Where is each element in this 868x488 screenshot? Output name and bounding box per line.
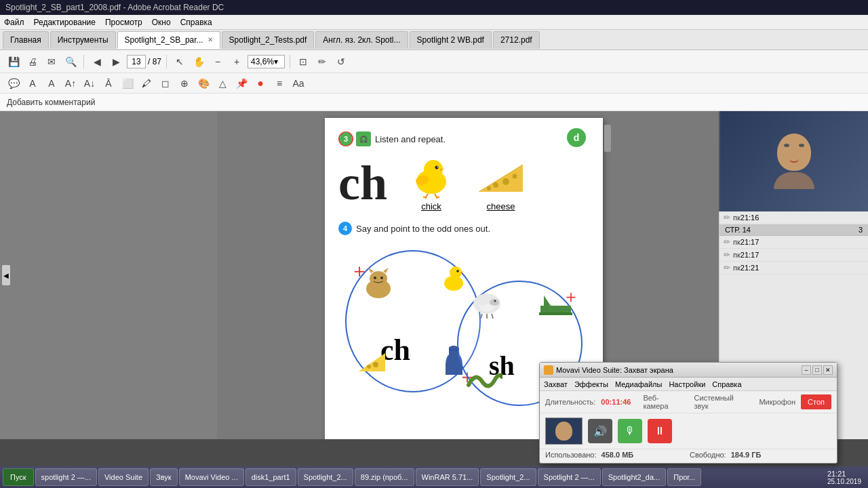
toolbar-navigation: 💾 🖨 ✉ 🔍 ◀ ▶ / 87 ↖ ✋ − + 43,6% ▾ ⊡ ✏ ↺ xyxy=(0,50,868,73)
tab-anglyaz[interactable]: Англ. яз. 2кл. Spotl... xyxy=(315,31,408,49)
movavi-mic-label: Микрофон xyxy=(759,398,795,406)
movavi-speaker-button[interactable]: 🔊 xyxy=(588,419,612,443)
taskbar: Пуск spotlight 2 —... Video Suite Звук M… xyxy=(0,466,868,488)
text2-button[interactable]: A xyxy=(43,75,60,92)
highlight-button[interactable]: 🖍 xyxy=(138,75,155,92)
markup-button[interactable]: ✏ xyxy=(314,54,330,70)
taskbar-item-spotlight2d[interactable]: Spotlight 2 —... xyxy=(538,468,601,486)
cheese-item: cheese xyxy=(475,155,526,211)
taskbar-item-spotlight2[interactable]: spotlight 2 —... xyxy=(35,468,97,486)
next-page-button[interactable]: ▶ xyxy=(108,54,124,70)
taskbar-item-spotlight2da[interactable]: Spotlight2_da... xyxy=(602,468,666,486)
comment-button[interactable]: 💬 xyxy=(5,75,22,92)
movavi-menu-settings[interactable]: Настройки xyxy=(669,380,705,388)
sidebar-item-7[interactable]: ✏ пк 21:16 xyxy=(719,211,868,224)
box-button[interactable]: ⬜ xyxy=(119,75,136,92)
movavi-maximize-button[interactable]: □ xyxy=(812,365,822,375)
movavi-window-controls: – □ ✕ xyxy=(802,365,833,375)
d-badge: d xyxy=(567,128,586,147)
svg-point-30 xyxy=(373,362,378,367)
cheese-circle-icon xyxy=(357,348,387,378)
taskbar-item-spotlight2c[interactable]: Spotlight_2... xyxy=(480,468,536,486)
hand-tool-button[interactable]: ✋ xyxy=(191,54,207,70)
shapes-button[interactable]: △ xyxy=(214,75,231,92)
movavi-menu-effects[interactable]: Эффекты xyxy=(574,380,608,388)
svg-marker-29 xyxy=(359,353,385,371)
cheese-label: cheese xyxy=(487,201,515,211)
tab-2712[interactable]: 2712.pdf xyxy=(493,31,540,49)
menu-edit[interactable]: Редактирование xyxy=(34,18,96,27)
taskbar-item-videosuit[interactable]: Video Suite xyxy=(98,468,149,486)
movavi-menu-help[interactable]: Справка xyxy=(712,380,741,388)
taskbar-item-winrar[interactable]: WinRAR 5.71... xyxy=(416,468,479,486)
movavi-minimize-button[interactable]: – xyxy=(802,365,811,375)
font-button[interactable]: Aa xyxy=(290,75,307,92)
record-button[interactable]: ● xyxy=(252,75,269,92)
rotate-button[interactable]: ↺ xyxy=(333,54,349,70)
tab-spotlight2-sb[interactable]: Spotlight_2_SB_par... ✕ xyxy=(117,31,220,49)
prev-page-button[interactable]: ◀ xyxy=(89,54,105,70)
svg-line-9 xyxy=(435,194,437,197)
svg-point-2 xyxy=(435,166,439,169)
movavi-menu-media[interactable]: Медиафайлы xyxy=(615,380,662,388)
svg-marker-45 xyxy=(544,296,551,306)
svg-point-17 xyxy=(487,186,491,190)
tab-tools[interactable]: Инструменты xyxy=(50,31,116,49)
movavi-system-sound-label: Системный звук xyxy=(694,394,747,410)
select-tool-button[interactable]: ↖ xyxy=(172,54,188,70)
stamp-button[interactable]: ⊕ xyxy=(176,75,193,92)
toolbar-annotation: 💬 A A A↑ A↓ Ā ⬜ 🖍 ◻ ⊕ 🎨 △ 📌 ● ≡ Aa xyxy=(0,73,868,94)
zoom-out-button[interactable]: − xyxy=(210,54,226,70)
collapse-arrow[interactable]: ◀ xyxy=(2,265,10,285)
taskbar-item-spotlight2b[interactable]: Spotlight_2... xyxy=(298,468,353,486)
text4-button[interactable]: A↓ xyxy=(81,75,98,92)
print-button[interactable]: 🖨 xyxy=(24,54,41,70)
text-underline-button[interactable]: Ā xyxy=(100,75,117,92)
tab-spotlight2-tests[interactable]: Spotlight_2_Tests.pdf xyxy=(222,31,315,49)
movavi-stop-button[interactable]: Стоп xyxy=(801,394,831,409)
taskbar-item-sound[interactable]: Звук xyxy=(150,468,178,486)
movavi-mic-button[interactable]: 🎙 xyxy=(618,419,642,443)
menu-file[interactable]: Файл xyxy=(4,18,24,27)
taskbar-item-disk[interactable]: disk1_part1 xyxy=(245,468,296,486)
tab-spotlight2-wb[interactable]: Spotlight 2 WB.pdf xyxy=(410,31,492,49)
zoom-in-button[interactable]: + xyxy=(229,54,245,70)
edit-icon-9: ✏ xyxy=(724,250,730,260)
menu-window[interactable]: Окно xyxy=(152,18,171,27)
menu-view[interactable]: Просмотр xyxy=(105,18,142,27)
taskbar-item-89zip[interactable]: 89.zip (проб... xyxy=(355,468,414,486)
section4-instruction: Say and point to the odd ones out. xyxy=(356,224,490,234)
color-button[interactable]: 🎨 xyxy=(195,75,212,92)
separator3 xyxy=(290,55,290,68)
save-button[interactable]: 💾 xyxy=(5,54,22,70)
sidebar-page-14: СТР. 14 3 xyxy=(719,224,868,236)
svg-line-43 xyxy=(492,314,493,319)
pdf-scrollbar-thumb[interactable] xyxy=(604,125,611,152)
svg-point-26 xyxy=(450,266,462,279)
taskbar-item-movavi[interactable]: Movavi Video ... xyxy=(179,468,244,486)
lines-button[interactable]: ≡ xyxy=(271,75,288,92)
sidebar-item-9[interactable]: ✏ пк 21:17 xyxy=(719,249,868,262)
tab-home[interactable]: Главная xyxy=(3,31,49,49)
pin-button[interactable]: 📌 xyxy=(233,75,250,92)
taskbar-item-prog[interactable]: Прог... xyxy=(667,468,701,486)
movavi-menu-capture[interactable]: Захват xyxy=(544,380,568,388)
start-button[interactable]: Пуск xyxy=(3,468,34,486)
fit-page-button[interactable]: ⊡ xyxy=(295,54,311,70)
section4-badge: 4 xyxy=(338,222,352,235)
tab-close-icon[interactable]: ✕ xyxy=(208,36,213,43)
sidebar-item-8[interactable]: ✏ пк 21:17 xyxy=(719,236,868,249)
text-tool-button[interactable]: A xyxy=(24,75,41,92)
movavi-close-button[interactable]: ✕ xyxy=(823,365,833,375)
email-button[interactable]: ✉ xyxy=(43,54,60,70)
text3-button[interactable]: A↑ xyxy=(62,75,79,92)
eraser-button[interactable]: ◻ xyxy=(157,75,174,92)
sidebar-item-10[interactable]: ✏ пк 21:21 xyxy=(719,262,868,274)
ch-section: ch xyxy=(338,155,589,211)
movavi-titlebar: Movavi Video Suite: Захват экрана – □ ✕ xyxy=(540,363,837,378)
menu-help[interactable]: Справка xyxy=(180,18,212,27)
page-input[interactable] xyxy=(127,55,146,68)
movavi-pause-button[interactable]: ⏸ xyxy=(648,419,672,443)
movavi-webcam-thumb xyxy=(545,418,583,445)
search-button[interactable]: 🔍 xyxy=(62,54,79,70)
